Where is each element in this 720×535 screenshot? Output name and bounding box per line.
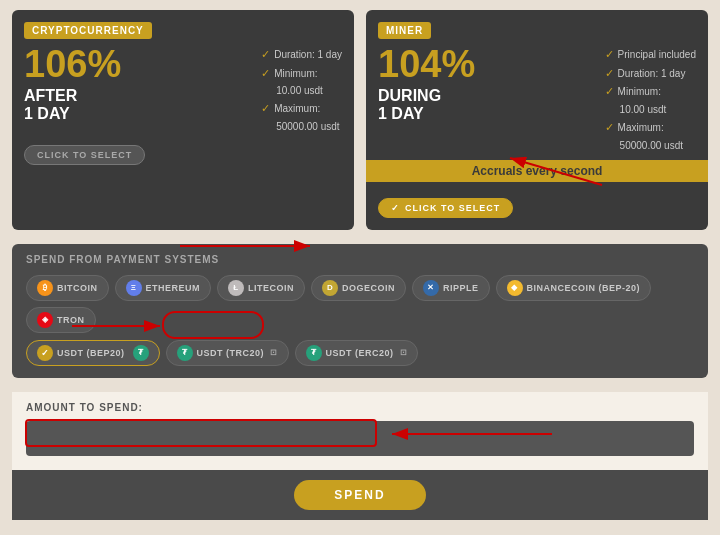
crypto-btn-ripple[interactable]: ✕ RIPPLE [412, 275, 490, 301]
usdt-erc20-icon: ₮ [306, 345, 322, 361]
miner-percent-block: 104% DURING 1 DAY [378, 45, 475, 122]
crypto-percent: 106% [24, 43, 121, 85]
spend-section: SPEND [12, 470, 708, 520]
bitcoin-icon: ₿ [37, 280, 53, 296]
binancecoin-icon: ◆ [507, 280, 523, 296]
crypto-btn-bitcoin[interactable]: ₿ BITCOIN [26, 275, 109, 301]
payment-title: SPEND FROM PAYMENT SYSTEMS [26, 254, 694, 265]
cryptocurrency-card: CRYPTOCURRENCY 106% AFTER 1 DAY ✓Duratio… [12, 10, 354, 230]
crypto-details: ✓Duration: 1 day ✓Minimum: 10.00 usdt ✓M… [261, 45, 342, 135]
litecoin-icon: Ł [228, 280, 244, 296]
crypto-btn-binance[interactable]: ◆ BINANCECOIN (BEP-20) [496, 275, 652, 301]
miner-card: MINER 104% DURING 1 DAY ✓Principal inclu… [366, 10, 708, 230]
ripple-icon: ✕ [423, 280, 439, 296]
usdt-trc20-icon: ₮ [177, 345, 193, 361]
binancecoin-label: BINANCECOIN (BEP-20) [527, 283, 641, 293]
ethereum-icon: Ξ [126, 280, 142, 296]
crypto-select-label: CLICK TO SELECT [37, 150, 132, 160]
cryptocurrency-badge: CRYPTOCURRENCY [24, 22, 152, 39]
crypto-after: AFTER 1 DAY [24, 87, 121, 122]
miner-details: ✓Principal included ✓Duration: 1 day ✓Mi… [605, 45, 696, 154]
crypto-btn-tron[interactable]: ◈ TRON [26, 307, 96, 333]
miner-check-icon: ✓ [391, 203, 400, 213]
ethereum-label: ETHEREUM [146, 283, 201, 293]
ripple-label: RIPPLE [443, 283, 479, 293]
amount-container: AMOUNT TO SPEND: [12, 392, 708, 470]
usdt-bep20-label: USDT (BEP20) [57, 348, 125, 358]
crypto-btn-usdt-bep20[interactable]: ✓ USDT (BEP20) ₮ [26, 340, 160, 366]
litecoin-label: LITECOIN [248, 283, 294, 293]
crypto-btn-usdt-erc20[interactable]: ₮ USDT (ERC20) ⊡ [295, 340, 419, 366]
crypto-buttons-row-2: ✓ USDT (BEP20) ₮ ₮ USDT (TRC20) ⊡ ₮ USDT… [26, 340, 694, 366]
crypto-btn-usdt-trc20[interactable]: ₮ USDT (TRC20) ⊡ [166, 340, 289, 366]
crypto-buttons-row: ₿ BITCOIN Ξ ETHEREUM Ł LITECOIN D DOGECO… [26, 275, 694, 333]
spend-label: SPEND [334, 488, 385, 502]
dogecoin-label: DOGECOIN [342, 283, 395, 293]
card-main-crypto: 106% AFTER 1 DAY ✓Duration: 1 day ✓Minim… [24, 45, 342, 135]
payment-section: SPEND FROM PAYMENT SYSTEMS ₿ BITCOIN Ξ E… [12, 244, 708, 378]
spend-button[interactable]: SPEND [294, 480, 425, 510]
crypto-btn-litecoin[interactable]: Ł LITECOIN [217, 275, 305, 301]
usdt-erc20-label: USDT (ERC20) [326, 348, 394, 358]
usdt-trc20-label: USDT (TRC20) [197, 348, 265, 358]
tron-icon: ◈ [37, 312, 53, 328]
tron-label: TRON [57, 315, 85, 325]
amount-input-row [26, 421, 694, 456]
crypto-btn-dogecoin[interactable]: D DOGECOIN [311, 275, 406, 301]
miner-badge: MINER [378, 22, 431, 39]
amount-input[interactable] [26, 421, 694, 456]
usdt-bep20-check: ✓ [37, 345, 53, 361]
dogecoin-icon: D [322, 280, 338, 296]
cards-row: CRYPTOCURRENCY 106% AFTER 1 DAY ✓Duratio… [12, 10, 708, 230]
payment-container: SPEND FROM PAYMENT SYSTEMS ₿ BITCOIN Ξ E… [12, 244, 708, 378]
bitcoin-label: BITCOIN [57, 283, 98, 293]
miner-percent: 104% [378, 43, 475, 85]
crypto-select-button[interactable]: CLICK TO SELECT [24, 145, 145, 165]
amount-label: AMOUNT TO SPEND: [26, 402, 694, 413]
amount-section: AMOUNT TO SPEND: [12, 392, 708, 470]
accrual-label: Accruals every second [366, 160, 708, 182]
crypto-btn-ethereum[interactable]: Ξ ETHEREUM [115, 275, 212, 301]
crypto-percent-block: 106% AFTER 1 DAY [24, 45, 121, 122]
miner-select-button[interactable]: ✓ CLICK TO SELECT [378, 198, 513, 218]
card-main-miner: 104% DURING 1 DAY ✓Principal included ✓D… [378, 45, 696, 154]
miner-after: DURING 1 DAY [378, 87, 475, 122]
usdt-bep20-icon: ₮ [133, 345, 149, 361]
miner-select-label: CLICK TO SELECT [405, 203, 500, 213]
